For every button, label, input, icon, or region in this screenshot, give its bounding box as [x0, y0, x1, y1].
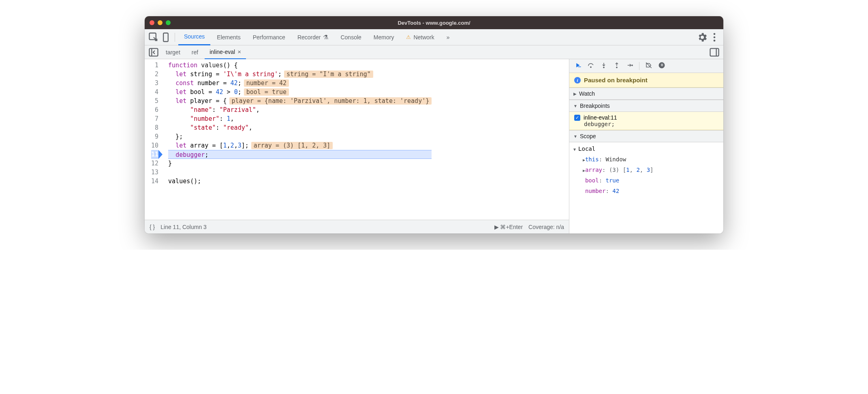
- line-number[interactable]: 2: [151, 70, 158, 79]
- svg-point-9: [616, 67, 617, 68]
- code-line[interactable]: let array = [1,2,3];array = (3) [1, 2, 3…: [168, 141, 432, 150]
- breakpoint-item[interactable]: ✓ inline-eval:11 debugger;: [569, 112, 723, 130]
- inspect-element-icon[interactable]: [148, 32, 159, 43]
- scope-variable[interactable]: bool: true: [573, 176, 722, 186]
- line-number[interactable]: 12: [151, 159, 158, 168]
- code-content[interactable]: function values() { let string = 'I\'m a…: [162, 59, 432, 220]
- code-line[interactable]: [168, 168, 432, 177]
- line-number[interactable]: 7: [151, 114, 158, 123]
- step-button[interactable]: [626, 62, 633, 71]
- code-line[interactable]: debugger;: [168, 150, 432, 159]
- inline-value: number = 42: [244, 79, 289, 87]
- code-line[interactable]: let string = 'I\'m a string';string = "I…: [168, 70, 432, 79]
- line-number[interactable]: 13: [151, 168, 158, 177]
- deactivate-breakpoints-button[interactable]: [645, 62, 652, 71]
- line-number[interactable]: 6: [151, 105, 158, 114]
- warning-icon: ⚠: [406, 34, 411, 40]
- tab-performance[interactable]: Performance: [247, 29, 291, 45]
- separator: [175, 33, 175, 42]
- resume-button[interactable]: [574, 62, 582, 71]
- code-line[interactable]: values();: [168, 177, 432, 186]
- scope-local-header[interactable]: ▼ Local: [573, 144, 722, 154]
- close-window-button[interactable]: [150, 20, 154, 25]
- tab-elements[interactable]: Elements: [211, 29, 246, 45]
- device-toolbar-icon[interactable]: [160, 32, 171, 43]
- breakpoint-location: inline-eval:11: [584, 114, 617, 121]
- scope-variable[interactable]: ▶array: (3) [1, 2, 3]: [573, 165, 722, 176]
- svg-point-7: [590, 66, 591, 67]
- line-number[interactable]: 5: [151, 96, 158, 105]
- svg-point-10: [632, 64, 633, 65]
- scope-variable[interactable]: ▶this: Window: [573, 154, 722, 165]
- coverage-status: Coverage: n/a: [528, 224, 564, 230]
- line-number[interactable]: 1: [151, 61, 158, 70]
- svg-point-4: [714, 39, 716, 41]
- minimize-window-button[interactable]: [158, 20, 162, 25]
- more-tabs-button[interactable]: »: [441, 29, 455, 45]
- more-files-icon[interactable]: [709, 47, 720, 58]
- file-tab-inline-eval[interactable]: inline-eval×: [205, 45, 246, 59]
- scope-section-header[interactable]: ▼ Scope: [569, 130, 723, 142]
- run-snippet-button[interactable]: ▶ ⌘+Enter: [494, 224, 523, 230]
- separator: [639, 62, 639, 70]
- pretty-print-icon[interactable]: { }: [150, 224, 155, 230]
- step-over-button[interactable]: [587, 62, 594, 71]
- scope-variable[interactable]: number: 42: [573, 186, 722, 197]
- line-number[interactable]: 3: [151, 79, 158, 88]
- svg-point-8: [603, 67, 604, 68]
- breakpoint-checkbox[interactable]: ✓: [574, 115, 580, 121]
- zoom-window-button[interactable]: [166, 20, 171, 25]
- line-number[interactable]: 8: [151, 123, 158, 132]
- code-line[interactable]: function values() {: [168, 61, 432, 70]
- inline-value: string = "I'm a string": [284, 71, 373, 78]
- flask-icon: ⚗: [323, 34, 328, 41]
- navigator-toggle-icon[interactable]: [148, 47, 159, 58]
- tab-network[interactable]: ⚠Network: [400, 29, 440, 45]
- paused-message: Paused on breakpoint: [584, 77, 648, 84]
- line-number[interactable]: 10: [151, 141, 158, 150]
- line-number[interactable]: 9: [151, 132, 158, 141]
- close-tab-icon[interactable]: ×: [237, 48, 241, 55]
- tab-sources[interactable]: Sources: [178, 29, 210, 45]
- line-gutter[interactable]: 1234567891011121314: [145, 59, 162, 220]
- code-editor[interactable]: 1234567891011121314 function values() { …: [145, 59, 569, 220]
- line-number[interactable]: 14: [151, 177, 158, 186]
- breakpoint-snippet: debugger;: [574, 121, 718, 127]
- code-line[interactable]: let bool = 42 > 0;bool = true: [168, 88, 432, 96]
- code-line[interactable]: };: [168, 132, 432, 141]
- settings-gear-icon[interactable]: [697, 32, 708, 43]
- inline-value: array = (3) [1, 2, 3]: [251, 142, 333, 149]
- tab-memory[interactable]: Memory: [368, 29, 400, 45]
- paused-banner: i Paused on breakpoint: [569, 73, 723, 88]
- step-into-button[interactable]: [600, 62, 607, 71]
- watch-label: Watch: [579, 90, 595, 97]
- cursor-position: Line 11, Column 3: [160, 224, 207, 230]
- code-line[interactable]: const number = 42;number = 42: [168, 79, 432, 88]
- info-icon: i: [574, 77, 581, 84]
- tab-recorder[interactable]: Recorder⚗: [292, 29, 334, 45]
- debugger-controls: [569, 59, 723, 73]
- editor-column: 1234567891011121314 function values() { …: [145, 59, 569, 233]
- code-line[interactable]: "name": "Parzival",: [168, 105, 432, 114]
- svg-point-3: [714, 36, 716, 38]
- editor-statusbar: { } Line 11, Column 3 ▶ ⌘+Enter Coverage…: [145, 220, 569, 233]
- line-number[interactable]: 4: [151, 88, 158, 96]
- file-tabbar: targetrefinline-eval×: [145, 45, 723, 59]
- inline-value: bool = true: [244, 88, 289, 96]
- chevron-right-icon: ▶: [573, 92, 577, 96]
- code-line[interactable]: let player = {player = {name: 'Parzival'…: [168, 96, 432, 105]
- file-tab-target[interactable]: target: [161, 45, 185, 59]
- code-line[interactable]: "number": 1,: [168, 114, 432, 123]
- window-title: DevTools - www.google.com/: [145, 20, 723, 26]
- file-tab-ref[interactable]: ref: [187, 45, 203, 59]
- code-line[interactable]: }: [168, 159, 432, 168]
- line-number[interactable]: 11: [151, 150, 158, 159]
- step-out-button[interactable]: [613, 62, 620, 71]
- breakpoints-label: Breakpoints: [580, 103, 610, 109]
- tab-console[interactable]: Console: [335, 29, 367, 45]
- watch-section-header[interactable]: ▶ Watch: [569, 88, 723, 100]
- code-line[interactable]: "state": "ready",: [168, 123, 432, 132]
- pause-on-exceptions-button[interactable]: [658, 62, 665, 71]
- kebab-menu-icon[interactable]: [709, 32, 720, 43]
- breakpoints-section-header[interactable]: ▼ Breakpoints: [569, 100, 723, 112]
